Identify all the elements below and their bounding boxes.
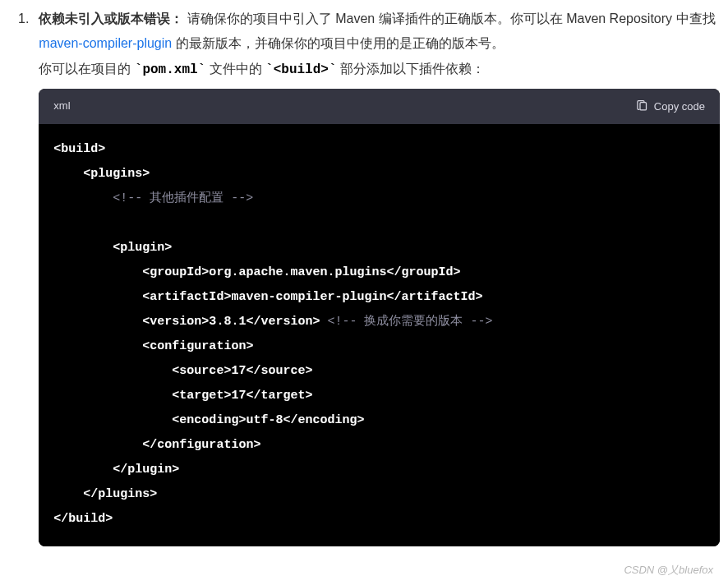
code-comment: <!-- 换成你需要的版本 -->	[320, 315, 492, 329]
list-number: 1.	[8, 7, 29, 546]
code-header: xml Copy code	[39, 89, 720, 124]
code-line: <target>17</target>	[53, 389, 312, 403]
para1-before-link: 请确保你的项目中引入了 Maven 编译插件的正确版本。你可以在 Maven R…	[183, 12, 715, 25]
svg-rect-0	[640, 103, 647, 110]
para2-suffix: 部分添加以下插件依赖：	[337, 62, 485, 76]
code-line: <source>17</source>	[53, 364, 312, 378]
code-line: <build>	[53, 142, 105, 156]
list-content: 依赖未引入或版本错误： 请确保你的项目中引入了 Maven 编译插件的正确版本。…	[39, 7, 720, 546]
inline-code-pom: `pom.xml`	[135, 62, 205, 77]
code-line: <version>3.8.1</version>	[53, 315, 320, 329]
code-block: xml Copy code <build> <plugins> <!-- 其他插…	[39, 89, 720, 546]
para2-mid: 文件中的	[205, 62, 265, 76]
para1-after-link: 的最新版本，并确保你的项目中使用的是正确的版本号。	[172, 36, 504, 50]
code-line: <plugins>	[53, 167, 150, 181]
code-line: <groupId>org.apache.maven.plugins</group…	[53, 265, 460, 279]
code-body: <build> <plugins> <!-- 其他插件配置 --> <plugi…	[39, 124, 720, 546]
maven-compiler-plugin-link[interactable]: maven-compiler-plugin	[39, 36, 172, 50]
title-bold: 依赖未引入或版本错误：	[39, 12, 183, 25]
code-line: <plugin>	[53, 241, 172, 255]
code-comment: <!-- 其他插件配置 -->	[113, 191, 253, 205]
code-line: </plugin>	[53, 463, 179, 477]
code-line: </plugins>	[53, 487, 157, 501]
code-line: <artifactId>maven-compiler-plugin</artif…	[53, 290, 482, 304]
copy-code-label: Copy code	[654, 100, 705, 113]
inline-code-build: `<build>`	[265, 62, 336, 77]
code-line: </configuration>	[53, 438, 260, 452]
code-language-label: xml	[53, 96, 70, 117]
copy-code-button[interactable]: Copy code	[636, 100, 705, 113]
code-line: <configuration>	[53, 339, 253, 353]
paragraph-2: 你可以在项目的 `pom.xml` 文件中的 `<build>` 部分添加以下插…	[39, 57, 720, 82]
paragraph-1: 依赖未引入或版本错误： 请确保你的项目中引入了 Maven 编译插件的正确版本。…	[39, 7, 720, 57]
ordered-list-item: 1. 依赖未引入或版本错误： 请确保你的项目中引入了 Maven 编译插件的正确…	[8, 7, 720, 546]
code-line-indent	[53, 191, 113, 205]
code-line: <encoding>utf-8</encoding>	[53, 413, 364, 427]
code-line: </build>	[53, 512, 113, 526]
para2-prefix: 你可以在项目的	[39, 62, 134, 76]
clipboard-icon	[636, 100, 648, 113]
